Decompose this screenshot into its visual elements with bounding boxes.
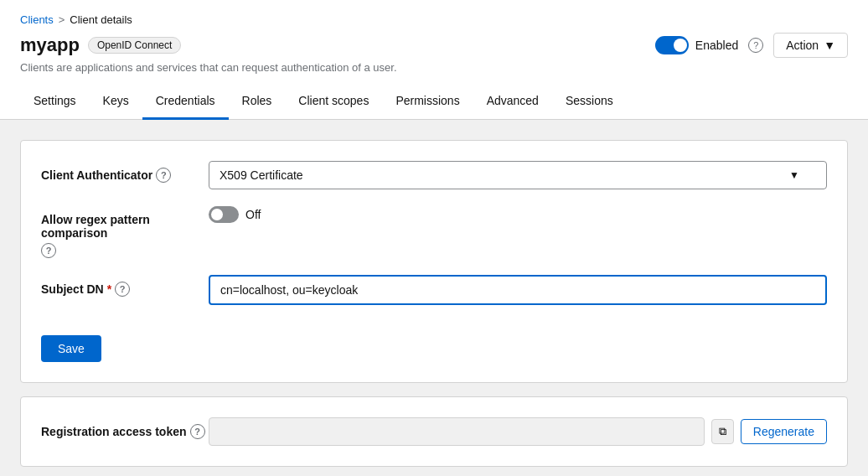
subtitle: Clients are applications and services th… bbox=[20, 61, 848, 74]
allow-regex-group: Allow regex pattern comparison ? Off bbox=[41, 206, 827, 258]
action-label: Action bbox=[786, 39, 819, 52]
registration-token-row: Registration access token ? ⧉ Regenerate bbox=[41, 417, 827, 446]
client-authenticator-label: Client Authenticator ? bbox=[41, 161, 209, 183]
subject-dn-label: Subject DN * ? bbox=[41, 275, 209, 297]
save-button[interactable]: Save bbox=[41, 335, 101, 362]
header-help-icon[interactable]: ? bbox=[748, 38, 763, 53]
tab-advanced[interactable]: Advanced bbox=[473, 84, 552, 120]
toggle-thumb bbox=[674, 39, 687, 52]
toggle-label: Enabled bbox=[695, 39, 738, 52]
registration-token-card: Registration access token ? ⧉ Regenerate bbox=[20, 396, 848, 467]
title-right: Enabled ? Action ▼ bbox=[655, 33, 848, 58]
breadcrumb: Clients > Client details bbox=[20, 13, 848, 26]
client-authenticator-value: X509 Certificate bbox=[220, 168, 303, 182]
allow-regex-control: Off bbox=[209, 206, 827, 223]
tab-permissions[interactable]: Permissions bbox=[382, 84, 473, 120]
registration-token-control: ⧉ Regenerate bbox=[209, 417, 827, 446]
copy-icon: ⧉ bbox=[719, 425, 726, 438]
allow-regex-toggle-label: Off bbox=[245, 208, 261, 221]
breadcrumb-clients-link[interactable]: Clients bbox=[20, 13, 54, 26]
subject-dn-required: * bbox=[107, 282, 111, 296]
allow-regex-help-icon[interactable]: ? bbox=[41, 243, 56, 258]
regenerate-button[interactable]: Regenerate bbox=[741, 419, 827, 444]
breadcrumb-separator: > bbox=[59, 13, 65, 26]
title-row: myapp OpenID Connect Enabled ? Action ▼ bbox=[20, 33, 848, 58]
breadcrumb-current: Client details bbox=[70, 13, 132, 26]
tabs: Settings Keys Credentials Roles Client s… bbox=[0, 84, 868, 120]
title-left: myapp OpenID Connect bbox=[20, 34, 181, 56]
tab-settings[interactable]: Settings bbox=[20, 84, 90, 120]
page: Clients > Client details myapp OpenID Co… bbox=[0, 0, 868, 476]
app-name: myapp bbox=[20, 34, 80, 56]
client-authenticator-select[interactable]: X509 Certificate ▼ bbox=[209, 161, 827, 189]
tab-sessions[interactable]: Sessions bbox=[552, 84, 627, 120]
subject-dn-group: Subject DN * ? bbox=[41, 275, 827, 305]
header: Clients > Client details myapp OpenID Co… bbox=[0, 0, 868, 84]
registration-token-label: Registration access token ? bbox=[41, 417, 209, 439]
allow-regex-toggle[interactable] bbox=[209, 206, 239, 223]
openid-connect-badge: OpenID Connect bbox=[88, 37, 181, 54]
client-authenticator-group: Client Authenticator ? X509 Certificate … bbox=[41, 161, 827, 189]
client-authenticator-help-icon[interactable]: ? bbox=[156, 168, 171, 183]
subject-dn-control bbox=[209, 275, 827, 305]
action-chevron-icon: ▼ bbox=[824, 39, 835, 52]
client-authenticator-control: X509 Certificate ▼ bbox=[209, 161, 827, 189]
tab-keys[interactable]: Keys bbox=[90, 84, 142, 120]
allow-regex-label: Allow regex pattern comparison ? bbox=[41, 206, 209, 258]
tab-roles[interactable]: Roles bbox=[229, 84, 286, 120]
action-button[interactable]: Action ▼ bbox=[773, 33, 848, 58]
select-arrow-icon: ▼ bbox=[789, 169, 799, 181]
allow-regex-toggle-row: Off bbox=[209, 206, 827, 223]
content: Client Authenticator ? X509 Certificate … bbox=[0, 120, 868, 476]
enabled-toggle[interactable] bbox=[655, 36, 689, 54]
subject-dn-help-icon[interactable]: ? bbox=[115, 282, 130, 297]
subject-dn-input[interactable] bbox=[209, 275, 827, 305]
allow-regex-thumb bbox=[211, 209, 223, 220]
registration-token-input[interactable] bbox=[209, 417, 705, 446]
credentials-card: Client Authenticator ? X509 Certificate … bbox=[20, 140, 848, 383]
tab-credentials[interactable]: Credentials bbox=[142, 84, 229, 120]
registration-token-help-icon[interactable]: ? bbox=[190, 424, 205, 439]
tab-client-scopes[interactable]: Client scopes bbox=[285, 84, 382, 120]
enabled-toggle-container: Enabled bbox=[655, 36, 738, 54]
copy-token-button[interactable]: ⧉ bbox=[711, 419, 734, 444]
